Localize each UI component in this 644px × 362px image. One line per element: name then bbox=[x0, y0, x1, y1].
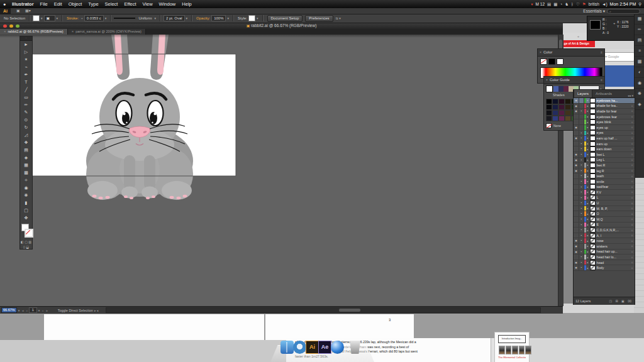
blend-tool[interactable]: ◉ bbox=[20, 184, 32, 192]
layer-row[interactable]: ▪▸ears down○ bbox=[574, 146, 635, 152]
visibility-toggle-icon[interactable]: ◉ bbox=[574, 244, 579, 249]
layer-row[interactable]: ◉▪▸head hair up...○ bbox=[574, 250, 635, 255]
layer-target-icon[interactable]: ○ bbox=[630, 169, 635, 172]
menu-item-type[interactable]: Type bbox=[85, 1, 101, 7]
visibility-toggle-icon[interactable] bbox=[574, 185, 579, 190]
lock-toggle-icon[interactable]: ▪ bbox=[579, 233, 584, 238]
stroke-weight-dropdown-icon[interactable]: ▾ bbox=[104, 16, 108, 20]
visibility-toggle-icon[interactable] bbox=[574, 195, 579, 200]
visibility-toggle-icon[interactable]: ◉ bbox=[574, 260, 579, 265]
lock-toggle-icon[interactable]: ▪ bbox=[579, 217, 584, 222]
layer-row[interactable]: ◉▪▸feet L○ bbox=[574, 152, 635, 158]
menu-item-edit[interactable]: Edit bbox=[51, 1, 65, 7]
layer-name[interactable]: eyes blink bbox=[596, 120, 630, 124]
sidebar-thumbnails[interactable] bbox=[499, 346, 531, 354]
layer-name[interactable]: ears up half ... bbox=[596, 136, 630, 140]
shade-cell[interactable] bbox=[558, 99, 565, 104]
layer-target-icon[interactable]: ○ bbox=[630, 223, 635, 226]
visibility-toggle-icon[interactable] bbox=[574, 146, 579, 151]
type-tool[interactable]: T bbox=[20, 79, 32, 86]
layer-target-icon[interactable]: ○ bbox=[630, 266, 635, 270]
zoom-level-field[interactable]: 66.67% bbox=[1, 307, 17, 313]
shade-cell[interactable] bbox=[546, 116, 552, 121]
layer-name[interactable]: head hair up... bbox=[596, 250, 630, 253]
layer-target-icon[interactable]: ○ bbox=[630, 175, 635, 178]
visibility-toggle-icon[interactable]: ◉ bbox=[574, 152, 579, 157]
brush-dropdown-icon[interactable]: ▾ bbox=[185, 16, 189, 20]
dock-app-safari[interactable] bbox=[293, 341, 306, 354]
visibility-toggle-icon[interactable] bbox=[574, 141, 579, 146]
layer-row[interactable]: ▸eyes blink○ bbox=[574, 119, 635, 125]
magic-wand-tool[interactable]: ✶ bbox=[20, 56, 32, 63]
layer-target-icon[interactable]: ○ bbox=[630, 142, 635, 145]
layer-target-icon[interactable]: ○ bbox=[630, 239, 635, 243]
swatches-panel-icon[interactable]: ▤ bbox=[635, 35, 644, 46]
stroke-color-control[interactable]: ▣ bbox=[44, 15, 55, 21]
color-panel-header[interactable]: × Color ≡ bbox=[538, 49, 604, 57]
layer-row[interactable]: ◉▪▸Body○ bbox=[574, 265, 635, 271]
layer-row[interactable]: ▪▸teath○ bbox=[574, 173, 635, 179]
layer-name[interactable]: A, I bbox=[596, 234, 630, 238]
go-bridge-icon[interactable]: ▣ bbox=[16, 9, 20, 13]
line-tool[interactable]: ╱ bbox=[20, 86, 32, 94]
bluetooth-icon[interactable]: ᛒ bbox=[571, 2, 574, 6]
rotate-tool[interactable]: ↻ bbox=[20, 124, 32, 131]
shade-cell[interactable] bbox=[552, 110, 558, 116]
scrollbar-thumb[interactable] bbox=[339, 309, 360, 312]
layer-name[interactable]: nose bbox=[596, 239, 630, 243]
layer-name[interactable]: M, B, P, bbox=[596, 207, 630, 211]
document-tab-parrot-samoa[interactable]: × parrot_samoa.ai @ 200% (CMYK/Preview) bbox=[68, 29, 146, 35]
opacity-dropdown-icon[interactable]: ▾ bbox=[226, 16, 230, 20]
google-search-field[interactable]: Q▾ Google bbox=[599, 52, 637, 62]
black-swatch[interactable] bbox=[548, 58, 555, 65]
layer-target-icon[interactable]: ○ bbox=[630, 121, 635, 124]
visibility-toggle-icon[interactable] bbox=[574, 119, 579, 124]
pencil-tool[interactable]: ✎ bbox=[20, 109, 32, 116]
lock-toggle-icon[interactable] bbox=[579, 125, 584, 130]
visibility-toggle-icon[interactable] bbox=[574, 131, 579, 136]
visibility-toggle-icon[interactable] bbox=[574, 233, 579, 238]
layer-name[interactable]: feet R bbox=[596, 163, 630, 167]
layer-name[interactable]: head bbox=[596, 261, 630, 265]
spotlight-icon[interactable]: ⚲ bbox=[638, 2, 641, 7]
stroke-panel-icon[interactable]: ≡ bbox=[635, 46, 644, 57]
lock-toggle-icon[interactable]: ▪ bbox=[579, 131, 584, 136]
shade-cell[interactable] bbox=[552, 104, 558, 110]
layer-target-icon[interactable]: ○ bbox=[630, 196, 635, 199]
artboard-number-field[interactable]: 1 bbox=[29, 307, 37, 313]
tab-close-icon[interactable]: × bbox=[72, 29, 74, 35]
lock-toggle-icon[interactable]: ▪ bbox=[579, 260, 584, 265]
menu-item-illustrator[interactable]: Illustrator bbox=[9, 1, 37, 7]
lock-toggle-icon[interactable]: ▪ bbox=[579, 250, 584, 255]
shade-cell[interactable] bbox=[558, 110, 565, 116]
drawing-screen-mode-row[interactable]: ▯ ⬓ bbox=[20, 244, 32, 250]
visibility-toggle-icon[interactable] bbox=[574, 211, 579, 216]
input-source-label[interactable]: british bbox=[589, 2, 599, 6]
layer-target-icon[interactable]: ○ bbox=[630, 207, 635, 210]
apple-menu-icon[interactable]: ● bbox=[0, 2, 9, 6]
stroke-swatch[interactable] bbox=[25, 229, 33, 238]
width-tool[interactable]: ⊙ bbox=[20, 116, 32, 124]
layer-row[interactable]: ◉▸wiskers○ bbox=[574, 244, 635, 250]
layer-row[interactable]: ◉▪▸nose○ bbox=[574, 238, 635, 244]
layer-name[interactable]: sad/fear bbox=[596, 185, 630, 189]
selection-tool[interactable]: ► bbox=[20, 41, 32, 48]
horizontal-scrollbar[interactable] bbox=[106, 307, 541, 313]
layer-name[interactable]: C,D,G,K,N,R,... bbox=[596, 228, 630, 232]
visibility-toggle-icon[interactable] bbox=[574, 255, 579, 260]
layer-row[interactable]: ◉▪▸Leg L○ bbox=[574, 158, 635, 163]
none-color-swatch[interactable] bbox=[540, 58, 547, 65]
artboard-tool[interactable]: ▢ bbox=[20, 207, 32, 214]
layer-row[interactable]: ◉▸shade for fea..○ bbox=[574, 104, 635, 109]
dock-app-finder[interactable] bbox=[280, 341, 294, 354]
layer-target-icon[interactable]: ○ bbox=[630, 256, 635, 259]
gradient-tool[interactable]: ▩ bbox=[20, 169, 32, 177]
layer-target-icon[interactable]: ○ bbox=[630, 202, 635, 205]
workspace-switcher[interactable]: Essentials ▾ bbox=[583, 9, 605, 14]
document-canvas[interactable] bbox=[0, 35, 563, 306]
layer-name[interactable]: E bbox=[596, 222, 630, 226]
layer-name[interactable]: L bbox=[596, 195, 630, 199]
stroke-stepper[interactable]: ÷ bbox=[80, 16, 84, 20]
visibility-toggle-icon[interactable] bbox=[574, 206, 579, 211]
layer-row[interactable]: ◉▪▸ears up half ...○ bbox=[574, 136, 635, 141]
